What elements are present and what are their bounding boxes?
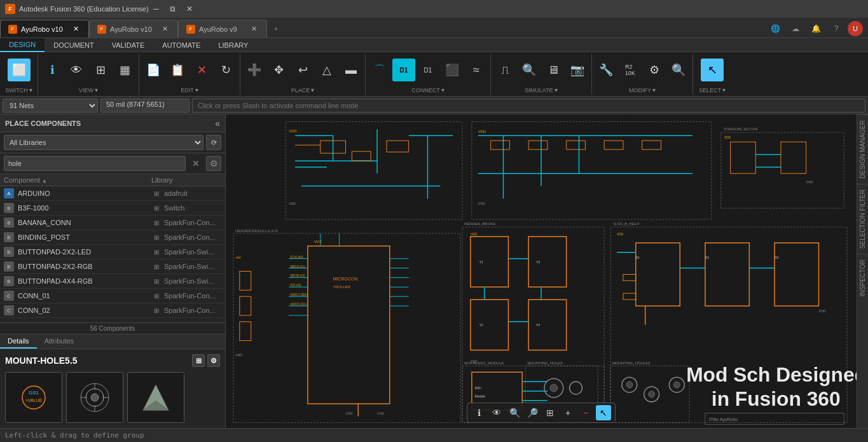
rect-btn[interactable]: ▬ bbox=[340, 59, 362, 81]
canvas-zoom-out-btn[interactable]: 🔎 bbox=[525, 405, 540, 420]
modify-btn3[interactable]: 🔍 bbox=[667, 59, 690, 81]
info-btn[interactable]: ℹ bbox=[41, 59, 64, 81]
sim-btn2[interactable]: 🔍 bbox=[518, 59, 541, 81]
new-tab-button[interactable]: + bbox=[267, 20, 285, 38]
modify-btn1[interactable]: 🔧 bbox=[595, 59, 617, 81]
library-refresh-btn[interactable]: ⟳ bbox=[206, 135, 221, 150]
tab-3-close[interactable]: ✕ bbox=[249, 24, 259, 34]
list-item[interactable]: C CONN_02 ⊞ SparkFun-Con... bbox=[0, 303, 225, 318]
canvas-area[interactable]: VDD GND VDD bbox=[226, 114, 857, 428]
delete-btn[interactable]: ✕ bbox=[190, 59, 213, 81]
tab-3-label: AyuRobo v9 bbox=[199, 25, 237, 33]
wire-btn[interactable]: ⌒ bbox=[368, 59, 391, 81]
list-item[interactable]: C CONN_01 ⊞ SparkFun-Con... bbox=[0, 289, 225, 303]
user-avatar[interactable]: U bbox=[848, 21, 863, 36]
svg-text:(ADC4,SDA): (ADC4,SDA) bbox=[290, 293, 308, 296]
tab-details[interactable]: Details bbox=[0, 335, 37, 349]
search-row: ✕ ⚙ bbox=[0, 153, 225, 174]
add-part-btn[interactable]: ➕ bbox=[243, 59, 266, 81]
junction-btn[interactable]: ⬛ bbox=[441, 59, 464, 81]
tab-2[interactable]: F AyuRobo v10 ✕ bbox=[89, 20, 178, 38]
canvas-zoom-in-btn[interactable]: 🔍 bbox=[507, 405, 522, 420]
detail-grid-btn[interactable]: ⊞ bbox=[192, 354, 205, 367]
toolbar-group-edit: 📄 📋 ✕ ↻ EDIT bbox=[139, 53, 240, 95]
ribbon-tab-library[interactable]: LIBRARY bbox=[209, 38, 257, 52]
minimize-button[interactable]: ─ bbox=[149, 3, 164, 15]
list-item[interactable]: B BUTTONPAD-2X2-RGB ⊞ SparkFun-Swi... bbox=[0, 259, 225, 274]
canvas-grid-btn[interactable]: ⊞ bbox=[542, 405, 558, 420]
schematic-btn[interactable]: ⬜ bbox=[8, 59, 31, 81]
list-item[interactable]: B B3F-1000 ⊞ Switch bbox=[0, 201, 225, 216]
modify-btn2[interactable]: ⚙ bbox=[643, 59, 666, 81]
ribbon-tab-design[interactable]: DESIGN bbox=[0, 38, 45, 52]
undo-btn[interactable]: ↩ bbox=[291, 59, 314, 81]
canvas-view-btn[interactable]: 👁 bbox=[489, 405, 504, 420]
bus-btn[interactable]: D1 bbox=[392, 59, 415, 81]
close-button[interactable]: ✕ bbox=[182, 3, 197, 15]
tab-3[interactable]: F AyuRobo v9 ✕ bbox=[178, 20, 267, 38]
panel-collapse-btn[interactable]: « bbox=[215, 118, 220, 128]
svg-point-5 bbox=[91, 394, 99, 401]
net-selector[interactable]: 91 Nets bbox=[3, 99, 98, 113]
select-btn[interactable]: ↖ bbox=[701, 59, 724, 81]
resistor-btn[interactable]: R210K bbox=[619, 59, 642, 81]
svg-text:GND: GND bbox=[806, 181, 813, 184]
design-manager-panel-tab[interactable]: DESIGN MANAGER bbox=[857, 114, 868, 184]
eye-btn[interactable]: 👁 bbox=[65, 59, 88, 81]
tab-1-icon: F bbox=[8, 25, 17, 34]
ribbon-tab-document[interactable]: DOCUMENT bbox=[45, 38, 103, 52]
ribbon-tab-validate[interactable]: VALIDATE bbox=[103, 38, 154, 52]
triangle-btn[interactable]: △ bbox=[315, 59, 338, 81]
copy-btn[interactable]: 📄 bbox=[142, 59, 165, 81]
tab-2-close[interactable]: ✕ bbox=[160, 24, 170, 34]
comp-icon: B bbox=[4, 218, 14, 228]
svg-text:VDD: VDD bbox=[724, 136, 731, 139]
search-filter-btn[interactable]: ⚙ bbox=[206, 156, 221, 171]
switch-label: SWITCH bbox=[5, 86, 32, 93]
sim-btn1[interactable]: ⎍ bbox=[493, 59, 516, 81]
tab-1-close[interactable]: ✕ bbox=[71, 24, 81, 34]
detail-settings-btn[interactable]: ⚙ bbox=[207, 354, 220, 367]
app-title: Autodesk Fusion 360 (Education License) bbox=[19, 5, 149, 13]
lib-name: SparkFun-Swi... bbox=[164, 277, 221, 285]
grid-btn[interactable]: ⊞ bbox=[89, 59, 112, 81]
tab-1[interactable]: F AyuRobo v10 ✕ bbox=[0, 20, 89, 38]
library-select[interactable]: All Libraries bbox=[4, 135, 203, 150]
inspector-panel-tab[interactable]: INSPECTOR bbox=[857, 254, 868, 301]
net2-btn[interactable]: ≈ bbox=[465, 59, 488, 81]
layers-btn[interactable]: ▦ bbox=[113, 59, 136, 81]
canvas-remove-btn[interactable]: − bbox=[578, 405, 593, 420]
svg-text:R2: R2 bbox=[705, 256, 710, 259]
list-item[interactable]: A ARDUINO ⊞ adafruit bbox=[0, 186, 225, 201]
svg-text:R3: R3 bbox=[775, 256, 779, 259]
sim-btn3[interactable]: 🖥 bbox=[542, 59, 565, 81]
list-item[interactable]: B BUTTONPAD-2X2-LED ⊞ SparkFun-Swi... bbox=[0, 245, 225, 259]
list-item[interactable]: B BUTTONPAD-4X4-RGB ⊞ SparkFun-Swi... bbox=[0, 274, 225, 289]
comp-icon: B bbox=[4, 276, 14, 286]
search-clear-btn[interactable]: ✕ bbox=[188, 156, 203, 171]
toolbar-group-select: ↖ SELECT bbox=[693, 53, 731, 95]
canvas-info-btn[interactable]: ℹ bbox=[471, 405, 486, 420]
svg-point-127 bbox=[570, 382, 582, 394]
rotate-btn[interactable]: ↻ bbox=[214, 59, 237, 81]
lib-name: SparkFun-Swi... bbox=[164, 263, 221, 270]
canvas-add-btn[interactable]: + bbox=[560, 405, 575, 420]
list-item[interactable]: B BINDING_POST ⊞ SparkFun-Con... bbox=[0, 230, 225, 245]
restore-button[interactable]: ⧉ bbox=[165, 3, 181, 15]
command-input[interactable] bbox=[192, 99, 865, 113]
component-search-input[interactable] bbox=[4, 156, 186, 171]
sim-btn4[interactable]: 📷 bbox=[566, 59, 589, 81]
move-btn[interactable]: ✥ bbox=[267, 59, 290, 81]
paste-btn[interactable]: 📋 bbox=[166, 59, 189, 81]
svg-text:GND: GND bbox=[818, 310, 825, 313]
canvas-select-btn[interactable]: ↖ bbox=[596, 405, 611, 420]
net-btn[interactable]: D1 bbox=[417, 59, 439, 81]
detail-title-icons: ⊞ ⚙ bbox=[192, 354, 220, 367]
list-item[interactable]: B BANANA_CONN ⊞ SparkFun-Con... bbox=[0, 216, 225, 230]
svg-text:WUF4GEXG_MODULE: WUF4GEXG_MODULE bbox=[464, 361, 504, 365]
ribbon-tab-automate[interactable]: AUTOMATE bbox=[153, 38, 209, 52]
schematic-block-3: IC564A1295_SECTION VDD GND bbox=[721, 128, 844, 208]
comp-col-header[interactable]: Component bbox=[4, 176, 151, 184]
selection-filter-panel-tab[interactable]: SELECTION FILTER bbox=[857, 184, 868, 254]
tab-attributes[interactable]: Attributes bbox=[37, 335, 81, 349]
